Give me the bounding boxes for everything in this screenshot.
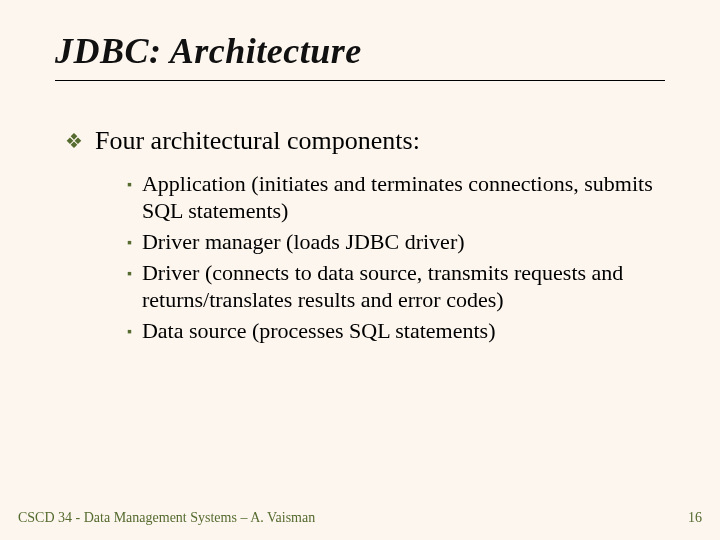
bullet-level2-text: Application (initiates and terminates co… (142, 170, 665, 224)
square-icon: ▪ (127, 319, 132, 345)
slide: JDBC: Architecture ❖ Four architectural … (0, 0, 720, 540)
page-number: 16 (688, 510, 702, 526)
bullet-level2-text: Driver (connects to data source, transmi… (142, 259, 665, 313)
bullet-level2: ▪ Application (initiates and terminates … (127, 170, 665, 224)
bullet-level2: ▪ Data source (processes SQL statements) (127, 317, 665, 344)
bullet-level1-text: Four architectural components: (95, 126, 420, 156)
bullet-level2-list: ▪ Application (initiates and terminates … (127, 170, 665, 344)
square-icon: ▪ (127, 230, 132, 256)
footer-left: CSCD 34 - Data Management Systems – A. V… (18, 510, 315, 526)
square-icon: ▪ (127, 172, 132, 198)
bullet-level2: ▪ Driver (connects to data source, trans… (127, 259, 665, 313)
square-icon: ▪ (127, 261, 132, 287)
bullet-level2-text: Data source (processes SQL statements) (142, 317, 496, 344)
title-underline (55, 80, 665, 81)
slide-title: JDBC: Architecture (55, 30, 665, 72)
bullet-level2-text: Driver manager (loads JDBC driver) (142, 228, 465, 255)
footer: CSCD 34 - Data Management Systems – A. V… (18, 510, 702, 526)
bullet-level1: ❖ Four architectural components: (65, 126, 665, 156)
diamond-icon: ❖ (65, 127, 83, 155)
bullet-level2: ▪ Driver manager (loads JDBC driver) (127, 228, 665, 255)
